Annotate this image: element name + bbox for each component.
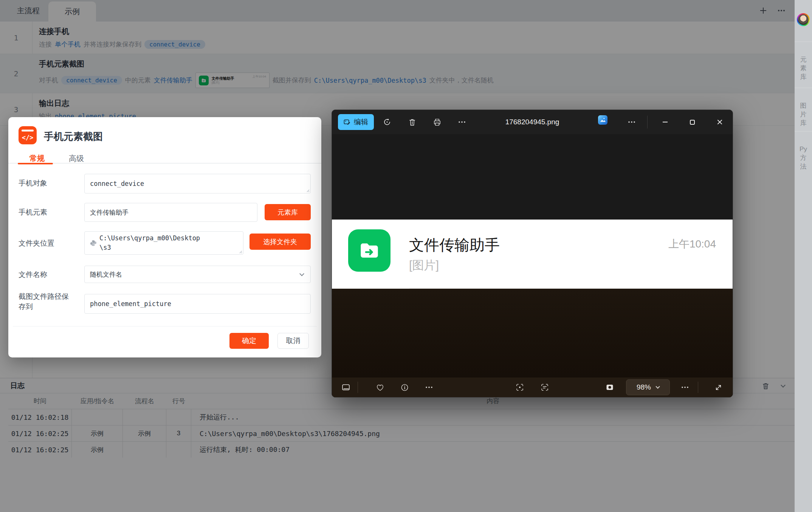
- filmstrip-toggle-button[interactable]: [338, 380, 353, 395]
- field-label-save-to: 截图文件路径保存到: [19, 292, 75, 312]
- toolbar-overflow-button[interactable]: [677, 380, 693, 395]
- edit-label: 编辑: [354, 117, 368, 127]
- right-sidebar: 元素库 图片库 Py方法: [795, 0, 812, 512]
- zoom-level-value: 98%: [637, 383, 651, 391]
- rotate-icon: [383, 118, 392, 127]
- save-to-value: phone_element_picture: [90, 300, 171, 308]
- phone-object-input[interactable]: connect_device: [84, 174, 311, 193]
- zoom-fit-icon: [605, 383, 614, 392]
- element-library-button[interactable]: 元素库: [265, 204, 311, 220]
- image-filename: 1768204945.png: [498, 110, 566, 134]
- filename-selected-value: 随机文件名: [90, 270, 122, 279]
- trash-icon: [408, 118, 417, 127]
- chat-subtitle: [图片]: [409, 257, 439, 273]
- phone-object-value: connect_device: [90, 180, 144, 187]
- photos-toolbar: 98%: [332, 377, 733, 397]
- phone-element-value: 文件传输助手: [90, 208, 129, 217]
- rotate-button[interactable]: [380, 114, 395, 130]
- photos-logo-icon: [600, 117, 606, 123]
- favorite-button[interactable]: [372, 380, 387, 395]
- avatar[interactable]: [797, 13, 810, 26]
- folder-path-value: C:\Users\qyrpa_m00\Desktop\s3: [99, 234, 208, 253]
- close-button[interactable]: [709, 110, 730, 134]
- sidebar-item-image-library[interactable]: 图片库: [795, 88, 812, 131]
- chat-time: 上午10:04: [668, 237, 716, 251]
- sidebar-item-label: 图片库: [799, 102, 807, 128]
- field-label-phone-element: 手机元素: [19, 207, 75, 218]
- maximize-icon: [690, 120, 695, 125]
- chat-title: 文件传输助手: [409, 235, 500, 255]
- resize-handle-icon[interactable]: [306, 189, 310, 192]
- visual-search-button[interactable]: [512, 380, 527, 395]
- active-tab-underline: [18, 163, 53, 164]
- save-to-input[interactable]: phone_element_picture: [84, 294, 311, 314]
- dialog-divider: [13, 326, 317, 326]
- edit-image-icon: [344, 119, 351, 126]
- minimize-icon: [663, 122, 668, 122]
- zoom-level-button[interactable]: 98%: [626, 379, 670, 395]
- text-actions-button[interactable]: [537, 380, 552, 395]
- photo-content-card: 文件传输助手 [图片] 上午10:04: [332, 220, 733, 289]
- ellipsis-icon: [681, 383, 689, 391]
- dialog-title: 手机元素截图: [44, 130, 103, 143]
- avatar-image: [798, 14, 809, 25]
- edit-image-button[interactable]: 编辑: [338, 114, 374, 130]
- delete-button[interactable]: [404, 114, 420, 130]
- command-icon: </>: [19, 126, 37, 144]
- cancel-button[interactable]: 取消: [277, 333, 309, 349]
- visual-search-icon: [515, 383, 524, 392]
- ellipsis-icon: [628, 118, 636, 126]
- chevron-down-icon: [655, 384, 660, 388]
- text-scan-icon: [540, 383, 549, 392]
- heart-icon: [376, 383, 384, 392]
- photo-dark-area-top: [332, 134, 733, 220]
- field-label-folder: 文件夹位置: [19, 238, 75, 249]
- ellipsis-icon: [425, 383, 433, 391]
- minimize-button[interactable]: [654, 110, 676, 134]
- field-label-filename: 文件名称: [19, 270, 75, 280]
- titlebar-divider: [647, 116, 648, 128]
- resize-handle-icon[interactable]: [239, 250, 242, 254]
- dialog-tabs: 常规 高级: [8, 153, 321, 164]
- ok-button[interactable]: 确定: [229, 333, 269, 349]
- tab-advanced[interactable]: 高级: [69, 153, 84, 164]
- toolbar-more-button[interactable]: [421, 380, 437, 395]
- printer-icon: [433, 118, 442, 127]
- photos-app-icon[interactable]: [598, 115, 607, 125]
- toolbar-divider: [358, 382, 358, 393]
- field-label-phone-object: 手机对象: [19, 178, 75, 189]
- info-icon: [400, 383, 409, 392]
- file-transfer-icon: [348, 229, 391, 272]
- fullscreen-icon: [714, 383, 723, 392]
- titlebar-more-button[interactable]: [454, 114, 470, 130]
- phone-element-screenshot-dialog: </> 手机元素截图 常规 高级 手机对象 connect_device 手机元…: [8, 117, 321, 357]
- sidebar-item-label: 元素库: [799, 56, 807, 82]
- phone-element-input[interactable]: 文件传输助手: [84, 203, 257, 222]
- photos-window: 编辑 1768204945.png: [332, 110, 733, 398]
- chevron-down-icon: [299, 271, 304, 276]
- tab-general[interactable]: 常规: [29, 153, 45, 164]
- python-icon: [90, 240, 96, 246]
- folder-input[interactable]: C:\Users\qyrpa_m00\Desktop\s3: [84, 231, 243, 255]
- actual-size-button[interactable]: [602, 380, 617, 395]
- fullscreen-button[interactable]: [711, 380, 726, 395]
- choose-folder-button[interactable]: 选择文件夹: [249, 234, 311, 250]
- file-info-button[interactable]: [397, 380, 412, 395]
- sidebar-item-py-methods[interactable]: Py方法: [795, 131, 812, 176]
- titlebar-overflow-button[interactable]: [624, 114, 639, 130]
- print-button[interactable]: [429, 114, 445, 130]
- sidebar-item-label: Py方法: [799, 145, 807, 171]
- photos-titlebar: 编辑 1768204945.png: [332, 110, 733, 134]
- maximize-button[interactable]: [682, 110, 703, 134]
- ellipsis-icon: [458, 118, 466, 126]
- sidebar-item-element-library[interactable]: 元素库: [795, 42, 812, 88]
- toolbar-divider: [698, 382, 698, 393]
- filename-select[interactable]: 随机文件名: [84, 266, 311, 283]
- filmstrip-icon: [341, 383, 350, 392]
- close-icon: [717, 119, 723, 125]
